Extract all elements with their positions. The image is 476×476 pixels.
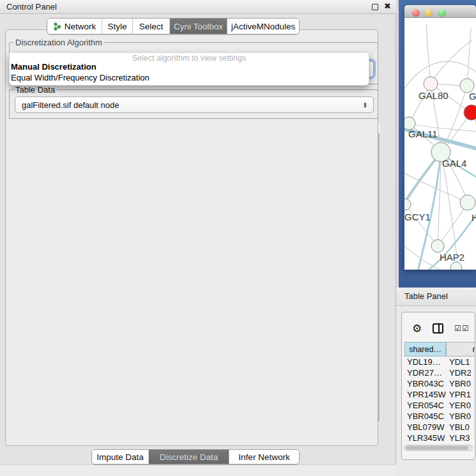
column-header-shared[interactable]: shared… — [404, 342, 446, 357]
table-subpanel: ⚙ ☑ ☑ shared… n YDL19…YDL1YDR27…YDR2YBR0… — [401, 312, 475, 460]
cell-name: YDR2 — [445, 367, 472, 378]
close-icon[interactable]: ✖ — [384, 1, 391, 11]
cell-shared-name: YBL079W — [404, 422, 445, 433]
tab-label: Select — [139, 22, 164, 31]
tab-style[interactable]: Style — [102, 19, 133, 34]
bottom-tab-label: Discretize Data — [160, 452, 219, 462]
checkbox-icon[interactable]: ☑ — [462, 324, 469, 333]
cell-shared-name: YLR345W — [404, 433, 445, 442]
gear-icon[interactable]: ⚙ — [412, 322, 422, 335]
bottom-tab-discretize-data[interactable]: Discretize Data — [149, 450, 229, 464]
bottom-tab-label: Impute Data — [96, 452, 144, 462]
cell-name: YBL0 — [445, 422, 470, 433]
algorithm-hint-item: Select algorithm to view settings — [10, 54, 369, 63]
cell-shared-name: YBR045C — [404, 411, 445, 422]
cell-name: YDL1 — [445, 357, 470, 367]
table-row[interactable]: YBR045CYBR0 — [404, 411, 475, 422]
cell-name: YPR1 — [445, 389, 471, 400]
network-edge[interactable] — [431, 40, 472, 84]
columns-icon[interactable] — [433, 323, 443, 334]
network-graph: GAL80GACGAL11GAL4GCY1HHAP2 — [404, 18, 476, 270]
cell-shared-name: YDL19… — [404, 357, 445, 367]
table-row[interactable]: YDR27…YDR2 — [404, 367, 475, 378]
tab-label: jActiveMNodules — [231, 22, 296, 31]
tab-label: Cyni Toolbox — [174, 22, 223, 31]
table-row[interactable]: YBR043CYBR0 — [404, 378, 475, 389]
table-row[interactable]: YBL079WYBL0 — [404, 422, 475, 433]
tab-network[interactable]: Network — [47, 19, 102, 34]
combo-stepper-icon: ▲▼ — [363, 102, 367, 108]
network-node-gal80[interactable] — [424, 77, 438, 91]
table-data-combo[interactable]: galFiltered.sif default node ▲▼ — [15, 96, 374, 113]
tab-select[interactable]: Select — [133, 19, 170, 34]
table-data-title: Table Data — [13, 85, 57, 95]
right-side: GAL80GACGAL11GAL4GCY1HHAP2 Table Panel ⚙… — [396, 0, 476, 476]
cell-name: YBR0 — [445, 378, 471, 389]
table-panel-area: ⚙ ☑ ☑ shared… n YDL19…YDL1YDR27…YDR2YBR0… — [396, 306, 476, 476]
bottom-tab-bar: Impute DataDiscretize DataInfer Network — [91, 449, 300, 464]
table-data-group: Table Data galFiltered.sif default node … — [9, 89, 378, 119]
bottom-strip — [0, 464, 396, 476]
node-label: H — [472, 212, 476, 223]
tab-jactivemnodules[interactable]: jActiveMNodules — [227, 19, 299, 34]
network-icon — [53, 22, 61, 31]
network-edge[interactable] — [441, 153, 458, 268]
cell-shared-name: YDR27… — [404, 367, 445, 378]
tab-label: Style — [107, 22, 127, 31]
node-label: GAL80 — [418, 90, 449, 101]
algorithm-option-manual[interactable]: Manual Discretization — [11, 62, 96, 72]
network-node[interactable] — [450, 262, 462, 270]
column-header-name[interactable]: n — [446, 342, 475, 357]
top-tab-bar: NetworkStyleSelectCyni ToolboxjActiveMNo… — [47, 18, 300, 35]
discretization-algorithm-title: Discretization Algorithm — [13, 38, 104, 47]
network-edge[interactable] — [426, 24, 431, 83]
node-label: HAP2 — [440, 252, 464, 263]
bottom-tab-impute-data[interactable]: Impute Data — [92, 450, 149, 464]
cell-name: YBR0 — [445, 411, 471, 422]
network-node-c[interactable] — [464, 105, 476, 120]
table-row[interactable]: YLR345WYLR3 — [404, 433, 475, 442]
minimize-traffic-light-icon[interactable] — [425, 9, 433, 17]
float-window-icon[interactable] — [372, 4, 378, 10]
control-panel-titlebar: Control Panel ✖ — [0, 0, 396, 14]
bottom-tab-label: Infer Network — [238, 452, 289, 462]
table-row[interactable]: YPR145WYPR1 — [404, 389, 475, 400]
horizontal-scrollbar[interactable] — [404, 445, 473, 451]
network-window: GAL80GACGAL11GAL4GCY1HHAP2 — [404, 5, 476, 270]
network-canvas[interactable]: GAL80GACGAL11GAL4GCY1HHAP2 — [404, 18, 476, 270]
node-label: GAL11 — [408, 128, 438, 139]
bottom-tab-infer-network[interactable]: Infer Network — [229, 450, 299, 464]
table-rows: YDL19…YDL1YDR27…YDR2YBR043CYBR0YPR145WYP… — [404, 357, 475, 442]
cell-name: YLR3 — [445, 433, 470, 442]
algorithm-option-equal-width[interactable]: Equal Width/Frequency Discretization — [11, 73, 150, 82]
cell-shared-name: YPR145W — [404, 389, 445, 400]
network-edge[interactable] — [438, 203, 468, 245]
tab-cyni-toolbox[interactable]: Cyni Toolbox — [170, 19, 227, 34]
network-node-hap2[interactable] — [431, 240, 444, 252]
node-label: GCY1 — [404, 211, 431, 222]
cell-shared-name: YER054C — [404, 400, 445, 411]
network-edge[interactable] — [467, 27, 471, 86]
control-panel-title: Control Panel — [6, 2, 57, 12]
cell-name: YER0 — [445, 400, 471, 411]
table-panel-titlebar: Table Panel — [396, 288, 476, 306]
network-node-gal11[interactable] — [404, 117, 415, 130]
checkbox-icon[interactable]: ☑ — [454, 324, 461, 333]
table-row[interactable]: YER054CYER0 — [404, 400, 475, 411]
table-data-combo-value: galFiltered.sif default node — [22, 100, 119, 110]
table-panel-title: Table Panel — [404, 291, 448, 301]
control-panel: Control Panel ✖ NetworkStyleSelectCyni T… — [0, 0, 396, 476]
node-label: GAL4 — [442, 158, 466, 169]
network-node-gcy1[interactable] — [404, 199, 411, 210]
cell-shared-name: YBR043C — [404, 378, 445, 389]
network-node-h[interactable] — [460, 195, 475, 210]
algorithm-dropdown-popup: Select algorithm to view settings Manual… — [9, 53, 369, 86]
table-row[interactable]: YDL19…YDL1 — [404, 357, 475, 367]
horizontal-scrollbar-thumb[interactable] — [406, 446, 468, 450]
node-label: GA — [469, 91, 476, 102]
close-traffic-light-icon[interactable] — [412, 9, 420, 17]
tab-label: Network — [65, 22, 96, 31]
application-root: Control Panel ✖ NetworkStyleSelectCyni T… — [0, 0, 476, 476]
zoom-traffic-light-icon[interactable] — [438, 9, 446, 17]
network-window-titlebar[interactable] — [404, 5, 476, 18]
